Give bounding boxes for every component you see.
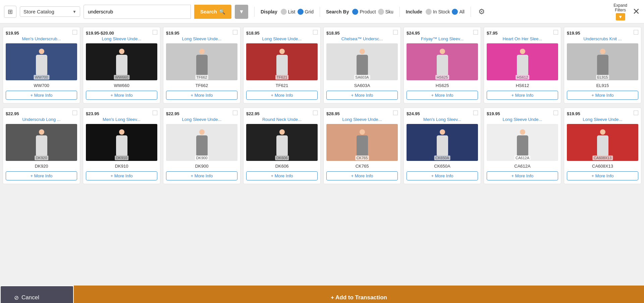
product-name[interactable]: Long Sleeve Unde... bbox=[326, 117, 398, 122]
product-price: $19.95 bbox=[567, 31, 580, 36]
card-checkbox[interactable] bbox=[233, 111, 237, 115]
product-card: $22.95Underscrub Long ... DK920 DK920+ M… bbox=[3, 107, 80, 184]
product-image: DK606 bbox=[246, 124, 318, 161]
display-grid-option[interactable]: Grid bbox=[298, 9, 314, 15]
filter-button[interactable]: ▼ bbox=[235, 5, 248, 19]
more-info-button[interactable]: + More Info bbox=[246, 91, 318, 100]
product-name[interactable]: Long Sleeve Unde... bbox=[86, 36, 157, 41]
sku-overlay: CA608X13 bbox=[592, 156, 613, 160]
search-by-product-dot bbox=[352, 9, 358, 15]
expand-filters-button[interactable]: ExpandFilters ▼ bbox=[613, 3, 627, 20]
more-info-button[interactable]: + More Info bbox=[487, 171, 558, 180]
separator4 bbox=[471, 7, 471, 17]
card-checkbox[interactable] bbox=[553, 30, 558, 35]
search-by-sku-option[interactable]: Sku bbox=[378, 9, 393, 15]
search-by-sku-dot bbox=[378, 9, 384, 15]
search-input[interactable] bbox=[84, 5, 191, 19]
card-checkbox[interactable] bbox=[153, 30, 157, 35]
sku-overlay: CK765 bbox=[355, 156, 369, 160]
footer: ⊘ Cancel + Add to Transaction bbox=[0, 286, 644, 303]
card-checkbox[interactable] bbox=[313, 30, 318, 35]
product-name[interactable]: Underscrubs Knit ... bbox=[567, 36, 638, 41]
card-checkbox[interactable] bbox=[473, 30, 478, 35]
card-checkbox[interactable] bbox=[233, 30, 237, 35]
product-name[interactable]: Round Neck Unde... bbox=[246, 117, 318, 122]
product-sku: WW700 bbox=[34, 83, 49, 88]
product-name[interactable]: Chelsea™ Undersc... bbox=[326, 36, 398, 41]
product-card: $28.95Long Sleeve Unde... CK765 CK765+ M… bbox=[323, 107, 401, 184]
sku-overlay: WW700 bbox=[34, 75, 49, 80]
include-in-stock-option[interactable]: In Stock bbox=[426, 9, 450, 15]
product-name[interactable]: Long Sleeve Unde... bbox=[567, 117, 638, 122]
more-info-button[interactable]: + More Info bbox=[246, 171, 318, 180]
close-button[interactable]: ✕ bbox=[633, 6, 640, 17]
card-checkbox[interactable] bbox=[634, 30, 638, 35]
product-name[interactable]: Men's Long Sleev... bbox=[86, 117, 157, 122]
catalog-select[interactable]: Store Catalog ▼ bbox=[20, 6, 80, 17]
product-name[interactable]: Underscrub Long ... bbox=[6, 117, 77, 122]
more-info-button[interactable]: + More Info bbox=[407, 171, 478, 180]
product-name[interactable]: Friyay™ Long Sleev... bbox=[407, 36, 478, 41]
more-info-button[interactable]: + More Info bbox=[326, 91, 398, 100]
add-transaction-label: + Add to Transaction bbox=[331, 294, 387, 301]
sku-overlay: HS625 bbox=[435, 75, 449, 80]
product-card: $19.95Long Sleeve Unde... CA612A CA612A+… bbox=[484, 107, 561, 184]
card-checkbox[interactable] bbox=[72, 111, 77, 115]
search-button[interactable]: Search 🔍 bbox=[194, 5, 231, 19]
product-image: HS625 bbox=[407, 43, 478, 80]
product-name[interactable]: Long Sleeve Unde... bbox=[166, 117, 237, 122]
add-to-transaction-button[interactable]: + Add to Transaction bbox=[74, 286, 644, 303]
more-info-button[interactable]: + More Info bbox=[567, 171, 638, 180]
product-name[interactable]: Long Sleeve Unde... bbox=[487, 117, 558, 122]
card-checkbox[interactable] bbox=[473, 111, 478, 115]
product-name[interactable]: Long Sleeve Unde... bbox=[246, 36, 318, 41]
more-info-button[interactable]: + More Info bbox=[6, 171, 77, 180]
product-name[interactable]: Heart On Her Slee... bbox=[487, 36, 558, 41]
card-checkbox[interactable] bbox=[72, 30, 77, 35]
product-price: $22.95 bbox=[6, 111, 19, 116]
card-checkbox[interactable] bbox=[393, 30, 398, 35]
more-info-button[interactable]: + More Info bbox=[326, 171, 398, 180]
more-info-button[interactable]: + More Info bbox=[6, 91, 77, 100]
display-grid-dot bbox=[298, 9, 304, 15]
card-checkbox[interactable] bbox=[393, 111, 398, 115]
product-image: DK920 bbox=[6, 124, 77, 161]
product-image: CA608X13 bbox=[567, 124, 638, 161]
separator3 bbox=[399, 7, 400, 17]
display-list-option[interactable]: List bbox=[281, 9, 296, 15]
gear-button[interactable]: ⚙ bbox=[478, 7, 485, 16]
product-sku: CA608X13 bbox=[592, 164, 613, 169]
grid-icon-button[interactable]: ⊞ bbox=[4, 6, 16, 18]
card-checkbox[interactable] bbox=[313, 111, 318, 115]
product-name[interactable]: Long Sleeve Unde... bbox=[166, 36, 237, 41]
card-checkbox[interactable] bbox=[153, 111, 157, 115]
product-price: $18.95 bbox=[246, 31, 260, 36]
product-image: EL915 bbox=[567, 43, 638, 80]
product-price: $24.95 bbox=[407, 111, 420, 116]
product-sku: WW660 bbox=[114, 83, 129, 88]
product-sku: DK606 bbox=[275, 164, 289, 169]
search-by-product-option[interactable]: Product bbox=[352, 9, 376, 15]
more-info-button[interactable]: + More Info bbox=[86, 171, 157, 180]
more-info-button[interactable]: + More Info bbox=[407, 91, 478, 100]
product-card: $19.95Long Sleeve Unde... TF662 TF662+ M… bbox=[163, 27, 240, 103]
product-name[interactable]: Men's Underscrub... bbox=[6, 36, 77, 41]
expand-filters-label: ExpandFilters bbox=[613, 3, 627, 12]
more-info-button[interactable]: + More Info bbox=[567, 91, 638, 100]
product-name[interactable]: Men's Long Sleev... bbox=[407, 117, 478, 122]
more-info-button[interactable]: + More Info bbox=[166, 91, 237, 100]
product-card: $19.95Underscrubs Knit ... EL915 EL915+ … bbox=[564, 27, 641, 103]
card-checkbox[interactable] bbox=[553, 111, 558, 115]
more-info-button[interactable]: + More Info bbox=[86, 91, 157, 100]
cancel-button[interactable]: ⊘ Cancel bbox=[0, 286, 74, 303]
more-info-button[interactable]: + More Info bbox=[166, 171, 237, 180]
display-label: Display bbox=[261, 9, 277, 14]
include-all-option[interactable]: All bbox=[452, 9, 465, 15]
card-checkbox[interactable] bbox=[634, 111, 638, 115]
product-card: $24.95Men's Long Sleev... CK650A CK650A+… bbox=[404, 107, 481, 184]
more-info-button[interactable]: + More Info bbox=[487, 91, 558, 100]
product-image: SA603A bbox=[326, 43, 398, 80]
product-sku: EL915 bbox=[596, 83, 609, 88]
sku-overlay: SA603A bbox=[354, 75, 370, 80]
display-list-label: List bbox=[288, 9, 296, 14]
